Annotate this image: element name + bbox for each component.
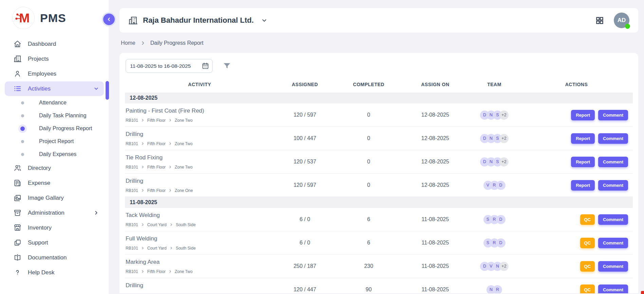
report-button[interactable]: Report (571, 110, 595, 120)
location-path-segment: Zone Two (175, 269, 192, 274)
chevron-right-icon (141, 165, 144, 169)
column-header-actions: ACTIONS (520, 82, 633, 87)
team-avatars: SRD (468, 215, 520, 224)
completed-value: 230 (335, 263, 402, 269)
sidebar-item-support[interactable]: Support (5, 235, 104, 250)
assign-on-date: 12-08-2025 (402, 112, 468, 118)
completed-value: 0 (335, 182, 402, 188)
sidebar-item-dashboard[interactable]: Dashboard (5, 37, 104, 51)
location-path-segment: Fifth Floor (147, 188, 166, 193)
image-icon (14, 194, 21, 202)
location-path-segment: RB101 (126, 246, 138, 251)
team-more-badge[interactable]: +2 (499, 111, 509, 120)
activity-location-path: RB101Fifth FloorZone Two (126, 293, 274, 294)
sidebar-item-documentation[interactable]: Documentation (5, 250, 104, 265)
comment-button[interactable]: Comment (598, 157, 628, 167)
apps-grid-button[interactable] (595, 16, 604, 25)
sidebar-subitem-daily-task-planning[interactable]: Daily Task Planning (5, 109, 104, 122)
progress-report-table: ACTIVITY ASSIGNED COMPLETED ASSIGN ON TE… (125, 79, 633, 293)
team-avatars: NR (468, 285, 520, 294)
completed-value: 0 (335, 135, 402, 141)
table-row: Tack Welding RB101Court YardSouth Side 6… (125, 208, 633, 231)
report-button[interactable]: Report (571, 133, 595, 144)
sidebar-item-administration[interactable]: Administration (5, 205, 104, 220)
location-path-segment: RB101 (126, 293, 138, 294)
activity-location-path: RB101Court YardSouth Side (126, 222, 274, 227)
activity-location-path: RB101Fifth FloorZone Two (126, 165, 274, 170)
main-area: Raja Bahadur International Ltd. AD Home … (109, 0, 644, 294)
location-path-segment: RB101 (126, 165, 138, 170)
activity-title: Drilling (126, 282, 274, 289)
team-avatars: DNS+2 (468, 134, 520, 143)
completed-value: 6 (335, 240, 402, 246)
sidebar-item-label: Image Gallary (28, 195, 64, 201)
completed-value: 0 (335, 112, 402, 118)
sidebar-subitem-daily-progress-report[interactable]: Daily Progress Report (5, 122, 104, 135)
team-more-badge[interactable]: +2 (499, 262, 509, 271)
qc-button[interactable]: QC (580, 285, 595, 294)
question-icon (14, 269, 21, 276)
report-button[interactable]: Report (571, 157, 595, 167)
team-more-badge[interactable]: +2 (499, 134, 509, 143)
chevron-right-icon (93, 210, 99, 216)
archive-icon (14, 209, 21, 217)
company-selector[interactable]: Raja Bahadur International Ltd. (128, 16, 268, 25)
qc-button[interactable]: QC (580, 238, 595, 248)
sidebar-item-image-gallary[interactable]: Image Gallary (5, 191, 104, 205)
qc-button[interactable]: QC (580, 261, 595, 272)
assign-on-date: 12-08-2025 (402, 135, 468, 141)
comment-button[interactable]: Comment (598, 180, 628, 191)
date-range-input[interactable] (126, 59, 213, 73)
chevron-right-icon (169, 119, 172, 122)
assigned-value: 250 / 187 (274, 263, 335, 269)
sidebar-collapse-button[interactable] (103, 14, 115, 25)
person-icon (14, 70, 21, 78)
column-header-completed: COMPLETED (335, 82, 402, 87)
assigned-value: 120 / 597 (274, 182, 335, 188)
sidebar-item-label: Expense (28, 180, 50, 187)
grid-icon (595, 16, 604, 25)
team-more-badge[interactable]: +2 (499, 157, 509, 166)
location-path-segment: RB101 (126, 188, 138, 193)
comment-button[interactable]: Comment (598, 261, 628, 272)
bullet-icon (21, 114, 24, 117)
comment-button[interactable]: Comment (598, 110, 628, 120)
completed-value: 0 (335, 159, 402, 165)
comment-button[interactable]: Comment (598, 285, 628, 294)
sidebar-item-directory[interactable]: Directory (5, 161, 104, 175)
comment-button[interactable]: Comment (598, 133, 628, 144)
assign-on-date: 12-08-2025 (402, 182, 468, 188)
sidebar-item-activities[interactable]: Activities (5, 81, 104, 96)
sidebar-subitem-label: Daily Expenses (39, 151, 76, 157)
chevron-right-icon (141, 247, 144, 250)
user-avatar[interactable]: AD (614, 13, 629, 28)
sidebar-item-help-desk[interactable]: Help Desk (5, 265, 104, 280)
location-path-segment: Zone One (175, 188, 193, 193)
company-name: Raja Bahadur International Ltd. (143, 16, 254, 25)
sidebar-subitem-attendance[interactable]: Attendance (5, 96, 104, 109)
location-path-segment: Fifth Floor (147, 293, 166, 294)
sidebar-subitem-project-report[interactable]: Project Report (5, 135, 104, 148)
comment-button[interactable]: Comment (598, 238, 628, 248)
report-button[interactable]: Report (571, 180, 595, 191)
chevron-right-icon (141, 41, 145, 45)
sidebar-item-label: Documentation (28, 254, 67, 261)
building-icon (14, 55, 21, 63)
assigned-value: 100 / 447 (274, 135, 335, 141)
comment-button[interactable]: Comment (598, 214, 628, 225)
sidebar-subitem-daily-expenses[interactable]: Daily Expenses (5, 148, 104, 161)
qc-button[interactable]: QC (580, 214, 595, 225)
breadcrumb-current-page: Daily Progress Report (150, 40, 204, 46)
breadcrumb-home-link[interactable]: Home (121, 40, 135, 46)
table-row: Drilling RB101Fifth FloorZone Two 100 / … (125, 127, 633, 150)
filter-button[interactable] (223, 62, 231, 70)
table-row: Marking Area RB101Fifth FloorZone Two 25… (125, 255, 633, 278)
sidebar-item-expense[interactable]: Expense (5, 176, 104, 190)
sidebar-item-label: Support (28, 239, 48, 246)
date-group-header: 12-08-2025 (125, 93, 633, 103)
sidebar-item-inventory[interactable]: Inventory (5, 220, 104, 235)
logo-mark-icon: M (12, 7, 35, 29)
bullet-icon (21, 153, 24, 156)
sidebar-item-projects[interactable]: Projects (5, 52, 104, 66)
sidebar-item-employees[interactable]: Employees (5, 66, 104, 81)
